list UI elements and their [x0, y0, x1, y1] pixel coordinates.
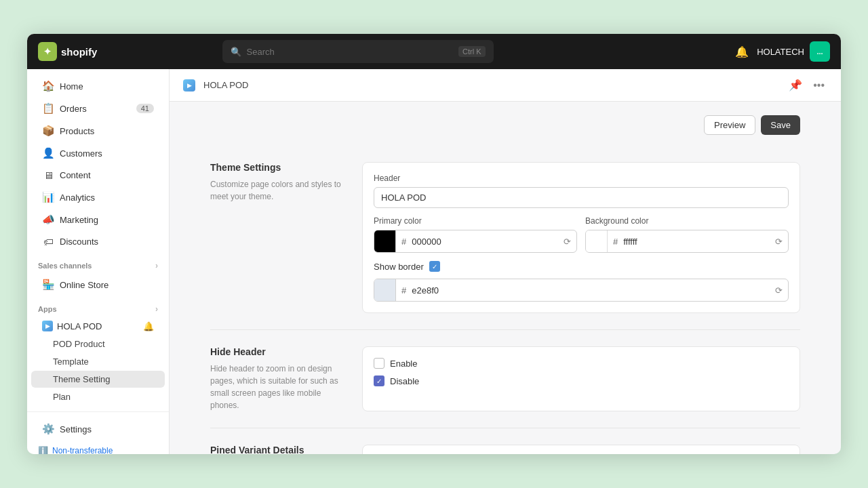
sidebar-item-label-discounts: Discounts	[60, 237, 98, 247]
sidebar-item-content[interactable]: 🖥 Content	[31, 165, 165, 186]
hide-header-description: Hide header to zoom in on design pages, …	[210, 363, 346, 411]
header-input[interactable]	[374, 187, 789, 208]
discounts-icon: 🏷	[42, 236, 54, 247]
border-color-input[interactable]	[409, 281, 770, 300]
hide-header-disable-option[interactable]: ✓ Disable	[374, 375, 789, 386]
sidebar-item-orders[interactable]: 📋 Orders 41	[31, 98, 165, 119]
search-shortcut: Ctrl K	[458, 46, 486, 57]
sidebar-item-marketing[interactable]: 📣 Marketing	[31, 209, 165, 230]
background-color-label: Background color	[585, 216, 789, 226]
primary-color-input-wrapper: # ⟳	[374, 230, 577, 253]
hola-pod-icon: ▶	[42, 321, 53, 331]
user-avatar[interactable]: ...	[810, 41, 830, 62]
hide-header-section: Hide Header Hide header to zoom in on de…	[210, 330, 800, 428]
primary-color-swatch[interactable]	[374, 230, 396, 252]
search-input[interactable]	[247, 47, 454, 57]
apps-section: Apps ›	[27, 296, 169, 317]
hide-header-disable-label: Disable	[390, 376, 419, 386]
primary-color-field: Primary color # ⟳	[374, 216, 577, 253]
sidebar-item-theme-setting[interactable]: Theme Setting	[31, 371, 165, 388]
sidebar-item-products[interactable]: 📦 Products	[31, 120, 165, 142]
customers-icon: 👤	[42, 147, 54, 159]
action-bar: Preview Save	[210, 115, 800, 135]
sidebar-item-label-online-store: Online Store	[60, 280, 108, 290]
user-initials: ...	[816, 47, 823, 56]
sidebar-nav: 🏠 Home 📋 Orders 41 📦 Products 👤 Customer…	[27, 69, 169, 411]
save-button[interactable]: Save	[761, 115, 800, 135]
theme-settings-title: Theme Settings	[210, 162, 346, 173]
apps-chevron-icon[interactable]: ›	[155, 304, 158, 314]
pined-variant-title: Pined Variant Details	[210, 445, 346, 454]
plan-label: Plan	[53, 392, 71, 402]
products-icon: 📦	[42, 125, 54, 137]
background-color-swatch[interactable]	[586, 230, 608, 252]
sales-channels-label: Sales channels	[38, 262, 92, 270]
sidebar-item-label-marketing: Marketing	[60, 215, 98, 225]
content-body: Preview Save Theme Settings Customize pa…	[170, 102, 841, 454]
sidebar-item-pod-product[interactable]: POD Product	[31, 336, 165, 352]
color-row: Primary color # ⟳ Background color	[374, 216, 789, 253]
theme-setting-label: Theme Setting	[53, 374, 111, 384]
search-bar[interactable]: 🔍 Ctrl K	[222, 40, 494, 63]
background-color-hash: #	[608, 237, 620, 247]
breadcrumb: ▶ HOLA POD	[183, 79, 248, 92]
sidebar-item-label-products: Products	[60, 126, 94, 136]
chevron-right-icon[interactable]: ›	[155, 261, 158, 270]
sidebar-item-customers[interactable]: 👤 Customers	[31, 142, 165, 164]
hide-header-title: Hide Header	[210, 346, 346, 357]
hide-header-disable-checkbox[interactable]: ✓	[374, 375, 384, 386]
pin-icon-button[interactable]: 📌	[786, 76, 805, 94]
header-field-label: Header	[374, 174, 789, 183]
sidebar-item-hola-pod[interactable]: ▶ HOLA POD 🔔	[31, 317, 165, 335]
topbar: ✦ shopify 🔍 Ctrl K 🔔 HOLATECH ...	[27, 34, 841, 69]
primary-color-picker-icon[interactable]: ⟳	[558, 237, 576, 247]
content-header: ▶ HOLA POD 📌 •••	[170, 69, 841, 102]
topbar-right: 🔔 HOLATECH ...	[735, 41, 830, 62]
sidebar-item-label-home: Home	[60, 81, 83, 92]
settings-icon: ⚙️	[42, 423, 54, 435]
template-label: Template	[53, 357, 89, 367]
show-border-checkbox[interactable]: ✓	[429, 261, 440, 272]
sidebar-item-template[interactable]: Template	[31, 353, 165, 370]
background-color-input[interactable]	[620, 232, 770, 251]
breadcrumb-app-name: HOLA POD	[203, 80, 248, 90]
orders-badge: 41	[136, 104, 154, 113]
border-color-swatch[interactable]	[374, 279, 396, 301]
non-transferable[interactable]: ℹ️ Non-transferable	[27, 441, 169, 454]
shopify-logo-text: shopify	[61, 46, 97, 58]
border-color-picker-icon[interactable]: ⟳	[770, 285, 788, 296]
orders-icon: 📋	[42, 102, 54, 115]
pined-variant-section: Pined Variant Details Unpin the variant …	[210, 428, 800, 454]
hola-pod-notification-icon[interactable]: 🔔	[143, 321, 154, 331]
theme-settings-section: Theme Settings Customize page colors and…	[210, 146, 800, 330]
hide-header-content: Enable ✓ Disable	[362, 346, 800, 411]
sidebar-item-label-analytics: Analytics	[60, 192, 95, 203]
sidebar-item-online-store[interactable]: 🏪 Online Store	[31, 274, 165, 296]
primary-color-input[interactable]	[409, 232, 558, 251]
more-options-button[interactable]: •••	[810, 77, 827, 94]
sidebar-item-settings[interactable]: ⚙️ Settings	[31, 418, 165, 440]
sidebar-item-discounts[interactable]: 🏷 Discounts	[31, 231, 165, 252]
background-color-input-wrapper: # ⟳	[585, 230, 789, 253]
pod-product-label: POD Product	[53, 339, 105, 349]
main-layout: 🏠 Home 📋 Orders 41 📦 Products 👤 Customer…	[27, 69, 841, 454]
background-color-picker-icon[interactable]: ⟳	[770, 237, 788, 247]
theme-settings-content: Header Primary color # ⟳	[362, 162, 800, 313]
show-border-row: Show border ✓	[374, 261, 789, 272]
search-icon: 🔍	[231, 47, 241, 57]
preview-button[interactable]: Preview	[704, 115, 755, 135]
hide-header-enable-checkbox[interactable]	[374, 358, 384, 369]
settings-label: Settings	[60, 424, 92, 434]
sidebar-item-analytics[interactable]: 📊 Analytics	[31, 186, 165, 208]
shopify-logo-icon: ✦	[38, 42, 57, 61]
sidebar-item-plan[interactable]: Plan	[31, 388, 165, 405]
user-badge: HOLATECH ...	[757, 41, 830, 62]
border-color-hash: #	[396, 285, 409, 296]
bell-icon[interactable]: 🔔	[735, 45, 749, 58]
hide-header-enable-option[interactable]: Enable	[374, 358, 789, 369]
breadcrumb-app-icon: ▶	[183, 79, 195, 92]
sidebar: 🏠 Home 📋 Orders 41 📦 Products 👤 Customer…	[27, 69, 170, 454]
content-icon: 🖥	[42, 169, 54, 181]
sidebar-item-home[interactable]: 🏠 Home	[31, 75, 165, 97]
show-border-label: Show border	[374, 262, 424, 272]
